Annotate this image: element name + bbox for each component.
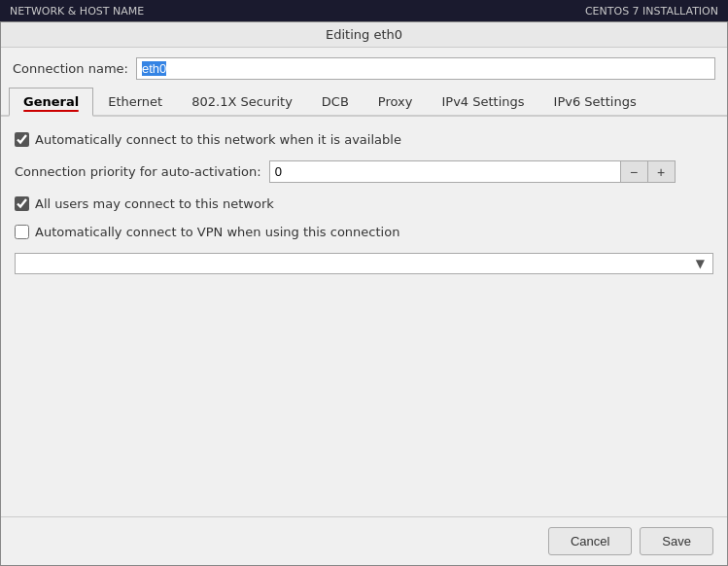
tab-security-label: 802.1X Security: [191, 94, 293, 109]
priority-row: Connection priority for auto-activation:…: [15, 160, 713, 183]
tab-ethernet[interactable]: Ethernet: [93, 88, 177, 117]
tab-general[interactable]: General: [9, 88, 93, 117]
save-button[interactable]: Save: [640, 527, 713, 555]
top-bar-left: NETWORK & HOST NAME: [10, 5, 144, 18]
all-users-row: All users may connect to this network: [15, 196, 713, 211]
tab-dcb-label: DCB: [322, 94, 349, 109]
vpn-checkbox-row: Automatically connect to VPN when using …: [15, 225, 713, 239]
tab-general-label: General: [23, 94, 79, 109]
connection-name-input[interactable]: [136, 57, 715, 80]
priority-input[interactable]: [270, 161, 620, 182]
priority-plus-button[interactable]: +: [647, 161, 675, 182]
dropdown-arrow-icon: ▼: [696, 257, 705, 270]
dialog-titlebar: Editing eth0: [1, 22, 727, 48]
tab-bar: General Ethernet 802.1X Security DCB Pro…: [1, 88, 727, 117]
tab-ethernet-label: Ethernet: [108, 94, 162, 109]
priority-label: Connection priority for auto-activation:: [15, 164, 261, 179]
auto-connect-row: Automatically connect to this network wh…: [15, 132, 713, 147]
priority-input-group: − +: [269, 160, 676, 183]
dialog-title: Editing eth0: [326, 27, 402, 42]
spacer: [15, 288, 713, 501]
vpn-connect-label[interactable]: Automatically connect to VPN when using …: [35, 225, 399, 239]
cancel-label: Cancel: [571, 534, 609, 548]
tab-dcb[interactable]: DCB: [307, 88, 364, 117]
tab-ipv6-label: IPv6 Settings: [554, 94, 637, 109]
tab-ipv6[interactable]: IPv6 Settings: [539, 88, 651, 117]
tab-proxy-label: Proxy: [378, 94, 413, 109]
bottom-bar: Cancel Save: [1, 516, 727, 565]
all-users-checkbox[interactable]: [15, 196, 29, 211]
top-bar-right: CENTOS 7 INSTALLATION: [585, 5, 718, 18]
connection-name-label: Connection name:: [13, 61, 128, 76]
tab-ipv4-label: IPv4 Settings: [441, 94, 524, 109]
auto-connect-checkbox[interactable]: [15, 132, 29, 147]
all-users-label[interactable]: All users may connect to this network: [35, 196, 274, 211]
vpn-dropdown[interactable]: ▼: [15, 253, 713, 274]
dialog: Editing eth0 Connection name: General Et…: [0, 21, 728, 566]
priority-minus-button[interactable]: −: [620, 161, 647, 182]
tab-proxy[interactable]: Proxy: [364, 88, 428, 117]
vpn-connect-checkbox[interactable]: [15, 225, 29, 239]
tab-ipv4[interactable]: IPv4 Settings: [427, 88, 538, 117]
cancel-button[interactable]: Cancel: [548, 527, 632, 555]
tab-content-general: Automatically connect to this network wh…: [1, 117, 727, 516]
save-label: Save: [662, 534, 691, 548]
connection-name-row: Connection name:: [1, 48, 727, 88]
top-bar: NETWORK & HOST NAME CENTOS 7 INSTALLATIO…: [0, 0, 728, 21]
vpn-dropdown-wrapper: ▼: [15, 253, 713, 274]
tab-security[interactable]: 802.1X Security: [177, 88, 307, 117]
auto-connect-label[interactable]: Automatically connect to this network wh…: [35, 132, 401, 147]
plus-icon: +: [657, 164, 665, 180]
minus-icon: −: [630, 164, 638, 180]
